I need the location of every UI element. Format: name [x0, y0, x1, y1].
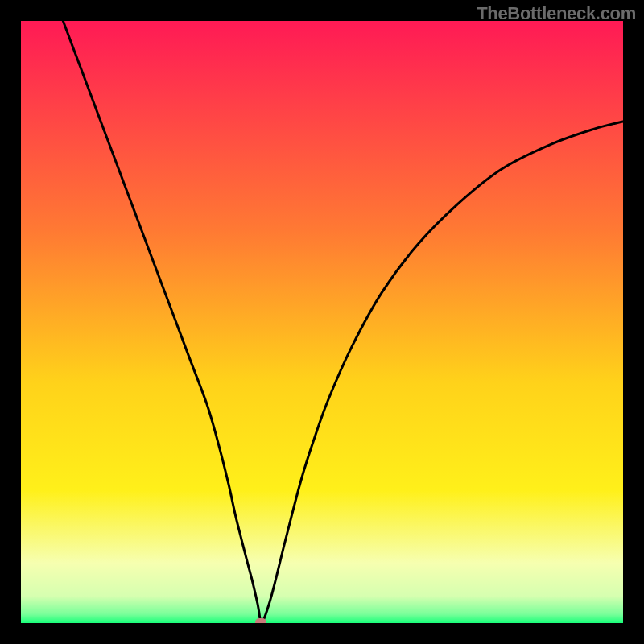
chart-frame: TheBottleneck.com — [0, 0, 644, 644]
plot-area — [21, 21, 623, 623]
minimum-marker — [255, 618, 266, 623]
gradient-background — [21, 21, 623, 623]
watermark-text: TheBottleneck.com — [477, 3, 636, 24]
chart-svg — [21, 21, 623, 623]
